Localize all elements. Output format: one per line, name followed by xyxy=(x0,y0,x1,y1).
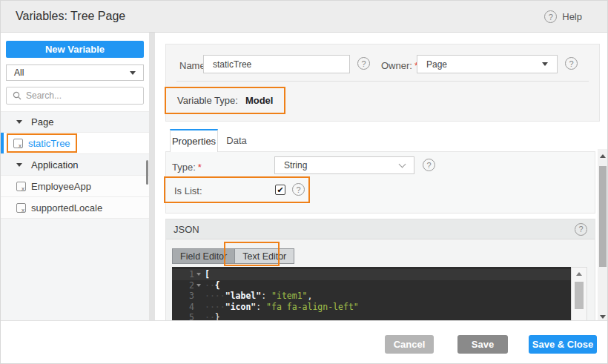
selected-indicator xyxy=(1,133,4,153)
required-marker: * xyxy=(198,162,202,173)
search-icon xyxy=(13,91,22,100)
tree-item-label: EmployeeApp xyxy=(31,181,91,192)
json-section-title: JSON xyxy=(174,224,199,235)
tree-group-page[interactable]: Page xyxy=(1,111,149,133)
filter-select[interactable]: All xyxy=(6,64,144,81)
main-scrollbar[interactable] xyxy=(598,149,608,323)
tab-properties[interactable]: Properties xyxy=(170,129,218,152)
cancel-button[interactable]: Cancel xyxy=(385,335,434,354)
scroll-up-icon[interactable] xyxy=(600,154,606,158)
save-and-close-button[interactable]: Save & Close xyxy=(529,335,597,354)
scroll-up-icon[interactable] xyxy=(576,272,582,276)
json-help-icon[interactable]: ? xyxy=(575,223,587,236)
owner-help-icon[interactable]: ? xyxy=(565,57,578,70)
main-panel: Name:* ? Owner:* Page ? Variable Type: M… xyxy=(155,33,608,320)
check-icon: ✔ xyxy=(277,186,283,194)
page-title: Variables: Tree Page xyxy=(16,10,125,23)
text-editor-button[interactable]: Text Editor xyxy=(234,248,294,264)
sidebar-scrollbar[interactable] xyxy=(146,160,148,185)
tree-item-label: staticTree xyxy=(28,138,70,149)
form-divider xyxy=(176,81,589,82)
help-link[interactable]: ? Help xyxy=(544,10,582,23)
highlight-box-variable-type: Variable Type: Model xyxy=(165,87,285,114)
type-label: Type:* xyxy=(172,162,202,173)
is-list-checkbox[interactable]: ✔ xyxy=(275,185,285,195)
code-lines[interactable]: 1[2··{3····"label": "item1",4····"icon":… xyxy=(172,267,571,321)
new-variable-button[interactable]: New Variable xyxy=(6,41,144,58)
tree-group-application[interactable]: Application xyxy=(1,154,149,176)
name-input[interactable] xyxy=(203,55,350,73)
chevron-down-icon xyxy=(399,160,406,168)
fold-caret-icon[interactable] xyxy=(194,273,203,276)
dialog-header: Variables: Tree Page ? Help xyxy=(1,1,608,33)
properties-panel: Type:* String ? Is List: ✔ ? xyxy=(165,151,595,214)
sidebar-divider xyxy=(149,33,155,320)
collapse-triangle-icon[interactable] xyxy=(16,120,22,124)
tree-item-statictree[interactable]: x staticTree xyxy=(1,133,149,154)
variables-sidebar: New Variable All Page x staticTree xyxy=(1,33,149,320)
variable-icon: x xyxy=(16,182,26,191)
tree-item-label: supportedLocale xyxy=(31,202,102,214)
owner-select[interactable]: Page xyxy=(417,55,558,73)
type-select[interactable]: String xyxy=(274,156,414,174)
owner-select-value: Page xyxy=(426,59,447,70)
code-line[interactable]: 2··{ xyxy=(172,280,571,291)
tree-item-supportedlocale[interactable]: x supportedLocale xyxy=(1,197,149,219)
highlight-box-is-list: Is List: ✔ ? xyxy=(164,176,310,203)
owner-label: Owner:* xyxy=(381,60,418,71)
tab-data[interactable]: Data xyxy=(219,129,254,152)
variables-tree: Page x staticTree Application x Employee… xyxy=(1,111,149,219)
editor-scrollbar[interactable] xyxy=(571,267,587,321)
type-help-icon[interactable]: ? xyxy=(423,159,435,171)
search-box xyxy=(6,87,144,105)
editor-scrollbar-thumb[interactable] xyxy=(575,282,584,309)
is-list-help-icon[interactable]: ? xyxy=(292,183,305,196)
tree-group-label: Page xyxy=(31,116,53,128)
field-editor-button[interactable]: Field Editor xyxy=(172,248,234,264)
code-line[interactable]: 4····"icon": "fa fa-align-left" xyxy=(172,302,571,313)
name-help-icon[interactable]: ? xyxy=(357,57,370,70)
code-line[interactable]: 1[ xyxy=(172,269,571,280)
variable-summary-panel: Name:* ? Owner:* Page ? Variable Type: M… xyxy=(165,44,600,122)
variable-icon: x xyxy=(16,203,26,213)
sidebar-filler xyxy=(1,219,149,320)
highlight-box-statictree: x staticTree xyxy=(7,133,77,153)
tree-item-employeeapp[interactable]: x EmployeeApp xyxy=(1,176,149,197)
collapse-triangle-icon[interactable] xyxy=(16,163,22,167)
json-code-editor[interactable]: 1[2··{3····"label": "item1",4····"icon":… xyxy=(172,267,587,321)
caret-down-icon xyxy=(542,62,548,66)
variable-icon: x xyxy=(13,139,23,148)
tree-group-label: Application xyxy=(31,159,79,171)
variable-type-value: Model xyxy=(245,95,274,106)
main-scrollbar-thumb[interactable] xyxy=(599,166,607,267)
scroll-down-icon[interactable] xyxy=(600,315,606,319)
caret-down-icon xyxy=(130,71,136,75)
filter-select-value: All xyxy=(14,67,24,78)
help-icon: ? xyxy=(544,10,557,23)
json-section-header: JSON ? xyxy=(166,219,595,239)
code-line[interactable]: 3····"label": "item1", xyxy=(172,291,571,302)
editor-mode-switch: Field Editor Text Editor xyxy=(172,248,294,264)
json-section: JSON ? Field Editor Text Editor 1[2··{3·… xyxy=(165,219,595,321)
save-button[interactable]: Save xyxy=(457,335,508,354)
dialog-footer: Cancel Save Save & Close xyxy=(1,320,608,364)
is-list-label: Is List: xyxy=(174,185,202,196)
type-select-value: String xyxy=(284,160,307,171)
variable-type-label: Variable Type: xyxy=(177,95,238,106)
help-label: Help xyxy=(562,11,582,22)
fold-caret-icon[interactable] xyxy=(194,284,203,287)
variables-dialog: Variables: Tree Page ? Help New Variable… xyxy=(0,0,608,364)
search-input[interactable] xyxy=(26,90,141,101)
